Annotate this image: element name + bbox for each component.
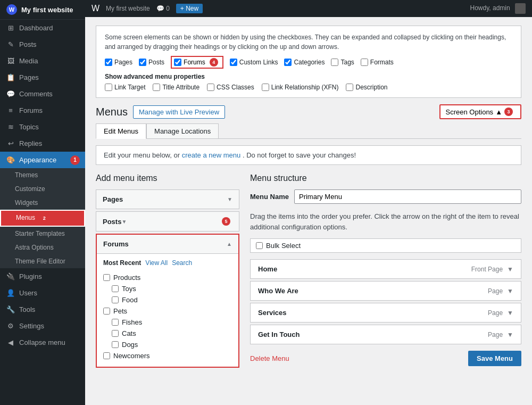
sidebar-item-themes[interactable]: Themes: [0, 168, 85, 182]
appearance-submenu: Themes Customize Widgets Menus 2 Starter…: [0, 168, 85, 268]
checkbox-posts-input[interactable]: [139, 59, 146, 66]
sidebar-item-menus[interactable]: Menus 2: [0, 210, 85, 227]
checkbox-categories-input[interactable]: [284, 59, 292, 66]
sidebar-item-plugins[interactable]: 🔌 Plugins: [0, 268, 85, 285]
sidebar-item-dashboard[interactable]: ⊞ Dashboard: [0, 20, 85, 36]
accordion-forums-label: Forums: [103, 240, 129, 248]
menu-item-who-we-are-arrow[interactable]: ▼: [507, 287, 513, 295]
sidebar-item-theme-file-editor[interactable]: Theme File Editor: [0, 254, 85, 268]
checkbox-food[interactable]: [112, 296, 119, 303]
sidebar-item-posts[interactable]: ✎ Posts: [0, 36, 85, 53]
menu-item-get-in-touch-arrow[interactable]: ▼: [507, 331, 513, 338]
checkbox-css-classes-input[interactable]: [207, 84, 214, 91]
create-new-menu-link[interactable]: create a new menu: [182, 151, 241, 159]
menu-item-home-arrow[interactable]: ▼: [507, 266, 513, 273]
live-preview-button[interactable]: Manage with Live Preview: [133, 105, 225, 119]
sidebar-item-settings[interactable]: ⚙ Settings: [0, 318, 85, 334]
posts-icon: ✎: [6, 40, 15, 48]
comment-icon[interactable]: 💬 0: [156, 5, 170, 12]
sidebar-item-replies[interactable]: ↩ Replies: [0, 135, 85, 152]
accordion-forums-body: Most Recent View All Search Products: [97, 253, 238, 367]
sidebar-item-comments[interactable]: 💬 Comments: [0, 86, 85, 102]
checkbox-fishes[interactable]: [112, 319, 119, 326]
sidebar-item-widgets[interactable]: Widgets: [0, 196, 85, 210]
sidebar-item-tools[interactable]: 🔧 Tools: [0, 301, 85, 318]
drag-hint: Drag the items into the order you prefer…: [250, 211, 521, 232]
menu-item-home: Home Front Page ▼: [250, 259, 521, 279]
checkbox-description: Description: [346, 84, 387, 91]
checkbox-pets[interactable]: [103, 308, 110, 315]
checkbox-formats-label: Formats: [370, 59, 394, 66]
checkbox-link-target-input[interactable]: [105, 84, 112, 91]
menu-item-home-type: Front Page: [471, 266, 503, 273]
checkbox-pages-input[interactable]: [105, 59, 112, 66]
checkbox-dogs[interactable]: [112, 341, 119, 348]
checkbox-pages-label: Pages: [114, 59, 132, 66]
forums-tab-most-recent[interactable]: Most Recent: [103, 259, 141, 267]
two-column-layout: Add menu items Pages ▼ Posts ▼ 5: [96, 173, 521, 370]
checkbox-posts-label: Posts: [148, 59, 164, 66]
sidebar-item-media[interactable]: 🖼 Media: [0, 53, 85, 69]
checkbox-toys[interactable]: [112, 285, 119, 292]
forums-tab-view-all[interactable]: View All: [145, 259, 168, 267]
add-new-button[interactable]: + New: [176, 4, 203, 13]
save-menu-button[interactable]: Save Menu: [468, 351, 521, 366]
sidebar-item-label: Topics: [19, 123, 39, 131]
menu-name-label: Menu Name: [250, 193, 289, 201]
menu-name-row: Menu Name: [250, 189, 521, 204]
screen-options-panel: Some screen elements can be shown or hid…: [96, 26, 521, 98]
checkbox-custom-links-input[interactable]: [230, 59, 237, 66]
site-title-bar[interactable]: W My first website: [0, 0, 85, 20]
replies-icon: ↩: [6, 139, 15, 147]
forums-tab-search[interactable]: Search: [172, 259, 192, 267]
sidebar-item-users[interactable]: 👤 Users: [0, 285, 85, 301]
screen-options-button[interactable]: Screen Options ▲ 3: [439, 104, 521, 119]
sidebar-item-astra-options[interactable]: Astra Options: [0, 241, 85, 254]
tools-icon: 🔧: [6, 305, 15, 313]
checkbox-title-attribute-input[interactable]: [153, 84, 160, 91]
sidebar-item-topics[interactable]: ≋ Topics: [0, 119, 85, 135]
menu-item-services-arrow[interactable]: ▼: [507, 309, 513, 317]
collapse-icon: ◀: [6, 338, 15, 346]
sidebar-item-label: Collapse menu: [19, 338, 65, 346]
sidebar-item-appearance[interactable]: 🎨 Appearance 1: [0, 152, 85, 168]
delete-menu-link[interactable]: Delete Menu: [250, 354, 289, 362]
sidebar-item-pages[interactable]: 📋 Pages: [0, 69, 85, 86]
admin-avatar: [515, 3, 526, 14]
sidebar-item-forums[interactable]: ≡ Forums: [0, 102, 85, 119]
forum-items-list: Products Toys Food: [103, 272, 232, 361]
accordion-pages-header[interactable]: Pages ▼: [96, 190, 239, 209]
accordion-forums-header[interactable]: Forums ▲: [97, 235, 238, 253]
checkbox-categories: Categories: [284, 59, 325, 66]
checkbox-title-attribute: Title Attribute: [153, 84, 200, 91]
sidebar-item-collapse[interactable]: ◀ Collapse menu: [0, 334, 85, 351]
menu-structure-title: Menu structure: [250, 173, 521, 183]
forum-item-pets: Pets: [103, 305, 232, 317]
site-name: My first website: [21, 6, 73, 14]
tab-edit-menus[interactable]: Edit Menus: [96, 123, 146, 139]
screen-options-description: Some screen elements can be shown or hid…: [105, 32, 512, 52]
sidebar-item-starter-templates[interactable]: Starter Templates: [0, 227, 85, 241]
sidebar-item-label: Media: [19, 57, 38, 65]
checkbox-products[interactable]: [103, 274, 110, 281]
forum-item-toys-label: Toys: [122, 285, 136, 293]
forum-item-pets-label: Pets: [113, 307, 127, 315]
accordion-posts-header[interactable]: Posts ▼ 5: [96, 212, 239, 231]
bulk-select-checkbox[interactable]: [256, 242, 263, 249]
checkbox-forums-input[interactable]: [174, 59, 181, 66]
bulk-select-button[interactable]: Bulk Select: [250, 238, 521, 253]
checkbox-formats-input[interactable]: [361, 59, 368, 66]
sidebar-item-customize[interactable]: Customize: [0, 182, 85, 196]
forum-item-cats: Cats: [103, 328, 232, 339]
checkbox-link-relationship-input[interactable]: [262, 84, 269, 91]
menu-name-input[interactable]: [294, 189, 521, 204]
menus-tabs: Edit Menus Manage Locations: [96, 123, 521, 139]
tab-manage-locations[interactable]: Manage Locations: [146, 123, 219, 138]
checkbox-cats[interactable]: [112, 330, 119, 337]
content-area: Some screen elements can be shown or hid…: [85, 17, 532, 405]
sidebar-item-label: Plugins: [19, 272, 42, 280]
site-link[interactable]: My first website: [106, 5, 150, 12]
checkbox-newcomers[interactable]: [103, 352, 110, 359]
checkbox-tags-input[interactable]: [331, 59, 338, 66]
checkbox-description-input[interactable]: [346, 84, 353, 91]
